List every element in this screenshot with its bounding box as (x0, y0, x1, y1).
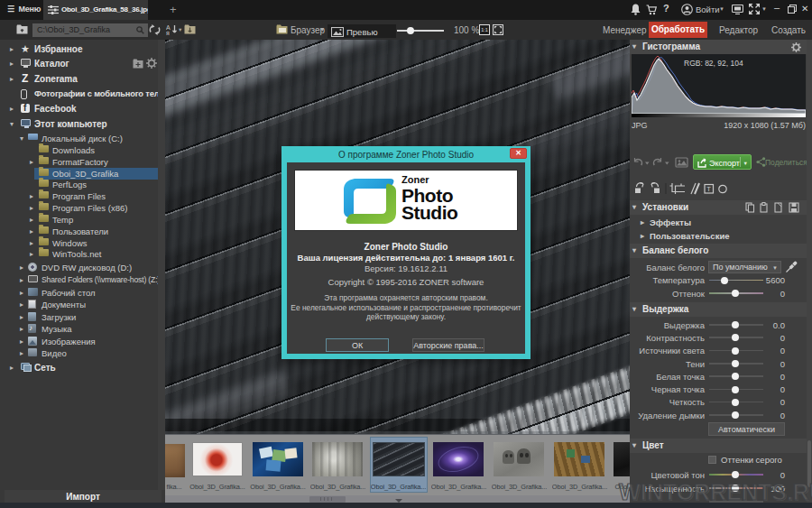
svg-text:я: я (166, 30, 170, 35)
svg-text:T: T (706, 185, 711, 193)
svg-text:RGB: 82, 92, 104: RGB: 82, 92, 104 (684, 59, 743, 68)
